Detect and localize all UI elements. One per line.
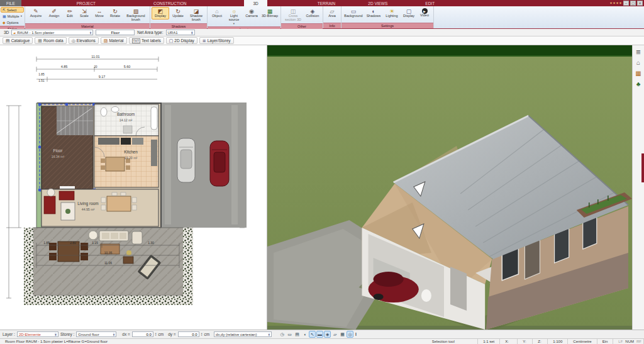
room-living[interactable]: Living room 44.95 m² xyxy=(42,189,158,226)
toggle-ein[interactable]: Ein xyxy=(597,339,614,344)
tab-construction[interactable]: CONSTRUCTION xyxy=(147,0,192,6)
cursor-snap-icon[interactable]: ↖ xyxy=(309,331,316,338)
shadow-brush-button[interactable]: ◪Shadow brush xyxy=(187,7,206,23)
screen-icon[interactable]: ▭ xyxy=(286,331,293,338)
net-area-type-dropdown[interactable]: URA1 ▾ xyxy=(166,30,195,35)
folder-icon[interactable]: ▱ xyxy=(331,331,338,338)
kitchen-counter xyxy=(98,138,119,145)
light-source-button[interactable]: ☼Light source▾ xyxy=(225,7,243,26)
3d-view-pane[interactable] xyxy=(267,45,632,330)
context-row: 3D ▰ RAUM - 1.5cm plaster ▾ Net Area typ… xyxy=(0,29,644,36)
tab-project[interactable]: PROJECT xyxy=(70,0,102,6)
3d-bitmap-button[interactable]: ▦3D-Bitmap xyxy=(260,7,279,19)
room-area: 16.34 m² xyxy=(52,155,65,158)
treeline-strip xyxy=(267,45,632,55)
tab-edit[interactable]: EDIT xyxy=(419,0,441,6)
scale-set[interactable]: 1:1 set xyxy=(478,339,500,344)
multiple-button[interactable]: ▦Multiple▾ xyxy=(1,13,24,19)
kitchen-table xyxy=(106,157,125,171)
shadows-settings-button[interactable]: ◐Shadows xyxy=(364,7,383,19)
room-area: 44.95 m² xyxy=(82,208,95,211)
ruler-snap-icon[interactable]: ▬ xyxy=(316,331,323,338)
tab-file[interactable]: FILE xyxy=(0,0,21,6)
options-button[interactable]: ◆Options xyxy=(1,19,24,25)
object-button[interactable]: ⌂Object xyxy=(209,7,225,19)
background-brush-button[interactable]: ▨Background brush xyxy=(123,7,148,23)
maximize-button[interactable]: ▢ xyxy=(630,1,636,6)
background-settings-button[interactable]: ▭Background xyxy=(343,7,364,19)
furniture-icon[interactable]: ⌂ xyxy=(636,60,640,66)
patio[interactable]: 1.85 2.80 1.15 1.30 10.35 11.06 xyxy=(24,228,193,305)
scrollbar-thumb[interactable] xyxy=(641,153,644,182)
clock-icon[interactable]: ◷ xyxy=(279,331,286,338)
speaker-icon[interactable]: ◖ xyxy=(301,331,308,338)
edit-button[interactable]: ✏Edit xyxy=(63,7,77,19)
display-settings-button[interactable]: ▢Display xyxy=(401,7,417,19)
dx-unit: cm xyxy=(158,332,164,336)
collision-button[interactable]: ◈Collision xyxy=(304,7,321,19)
layers-snap-icon[interactable]: ◈ xyxy=(324,331,331,338)
coord-mode-dropdown[interactable]: dx,dy (relative cartesian) ▾ xyxy=(214,331,272,337)
materials-icon[interactable]: ▦ xyxy=(635,70,641,77)
select-button[interactable]: ⇱Select xyxy=(1,7,24,13)
dining-table xyxy=(107,196,131,211)
kitchen-cabinet xyxy=(151,140,157,166)
elevations-button[interactable]: ◎Elevations xyxy=(69,37,99,44)
dy-spinner[interactable]: ▴▾ xyxy=(201,333,203,336)
floor-plan-canvas[interactable]: 11.01 4.85 20 5.60 9.17 1.85 1.51 xyxy=(0,45,267,330)
dim-label: 11.01 xyxy=(91,55,99,58)
shadow-update-button[interactable]: ↻Update xyxy=(169,7,187,19)
video-button[interactable]: ▶Video xyxy=(417,7,432,19)
floor-name-input[interactable] xyxy=(96,30,135,35)
ribbon: ⇱Select ▦Multiple▾ ◆Options Styles ✎Acqu… xyxy=(0,6,644,29)
minimize-button[interactable]: – xyxy=(623,1,629,6)
driveway[interactable] xyxy=(160,103,247,228)
car-red[interactable] xyxy=(210,141,229,186)
rotate-button[interactable]: ↻Rotate xyxy=(107,7,123,19)
material-button[interactable]: ▨Material xyxy=(101,37,127,44)
tab-3d[interactable]: 3D xyxy=(244,0,267,6)
room-kitchen[interactable]: Kitchen 19.20 m² xyxy=(94,136,158,187)
storey-dropdown[interactable]: Ground floor ▾ xyxy=(76,331,116,337)
room-bathroom[interactable]: Bathroom 14.12 m² xyxy=(94,104,158,136)
room-style-dropdown[interactable]: ▰ RAUM - 1.5cm plaster ▾ xyxy=(11,30,93,35)
layer-dropdown[interactable]: 2D-Elemente ▾ xyxy=(17,331,58,337)
room-data-button[interactable]: ▦Room data xyxy=(35,37,66,44)
floor-plan-pane[interactable]: 11.01 4.85 20 5.60 9.17 1.85 1.51 xyxy=(0,45,267,330)
car-gray[interactable] xyxy=(177,138,195,182)
close-button[interactable]: ✕ xyxy=(637,1,643,6)
area-button[interactable]: ▱Area xyxy=(325,7,340,19)
dim-label: 1.85 xyxy=(43,241,50,245)
tab-terrain[interactable]: TERRAIN xyxy=(311,0,342,6)
grid-icon[interactable]: ▦ xyxy=(339,331,346,338)
camera-button[interactable]: ◉Camera xyxy=(243,7,260,19)
move-button[interactable]: ↔Move xyxy=(92,7,107,19)
layer-storey-button[interactable]: ≣Layer/Storey xyxy=(199,37,234,44)
layers-icon[interactable]: ≣ xyxy=(636,49,641,55)
3d-render-canvas[interactable] xyxy=(267,45,632,330)
scale-button[interactable]: ⇲Scale xyxy=(77,7,92,19)
dx-label: dx = xyxy=(122,332,130,336)
acquire-button[interactable]: ✎Acquire xyxy=(26,7,45,19)
text-labels-button[interactable]: TXTText labels xyxy=(129,37,164,44)
unit-indicator[interactable]: Centimetre xyxy=(568,339,597,344)
shadow-display-button[interactable]: ◩Display xyxy=(152,7,169,19)
catalogue-button[interactable]: ▤Catalogue xyxy=(3,37,33,44)
dim-label: 1.15 xyxy=(92,241,98,245)
tab-2d-views[interactable]: 2D VIEWS xyxy=(362,0,394,6)
dy-input[interactable] xyxy=(178,331,199,337)
quick-access-icons[interactable]: ✦✦✦✦ xyxy=(609,1,622,6)
group-label-material: Material xyxy=(25,23,150,29)
tree-icon[interactable]: ♣ xyxy=(636,81,641,87)
target-icon[interactable]: ◎ xyxy=(347,331,353,338)
drawing-scale[interactable]: 1:100 xyxy=(548,339,568,344)
dx-input[interactable] xyxy=(132,331,153,337)
options-icon: ◆ xyxy=(3,20,6,25)
printer-icon[interactable]: ▤ xyxy=(294,331,301,338)
lighting-settings-button[interactable]: ☀Lighting xyxy=(383,7,401,19)
dx-spinner[interactable]: ▴▾ xyxy=(155,333,157,336)
cross-section-3d-button[interactable]: ◫Cross section 3D xyxy=(282,7,304,23)
2d-display-button[interactable]: ▢2D Display xyxy=(166,37,197,44)
room-floor[interactable]: Floor 16.34 m² xyxy=(38,103,95,191)
assign-button[interactable]: ✐Assign xyxy=(45,7,63,19)
